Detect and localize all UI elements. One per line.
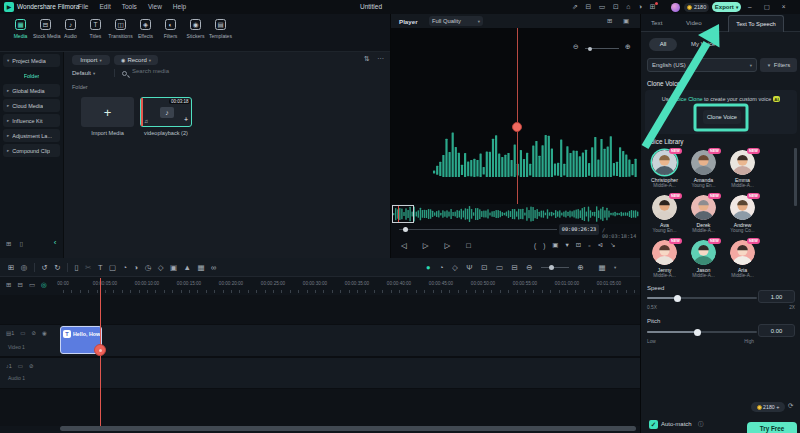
try-free-button[interactable]: Try Free [747,422,797,433]
preview-playhead-handle[interactable] [512,122,522,132]
snapshot-icon[interactable]: ▣ [552,241,558,249]
screen-record-icon[interactable]: ⊡ [481,263,487,272]
undo-icon[interactable]: ↺ [41,263,47,272]
sidebar-item-influence-kit[interactable]: ▸Influence Kit [3,114,60,127]
tab-filters[interactable]: ◐Filters [158,19,183,39]
fullscreen-icon[interactable]: ↘ [610,241,615,249]
import-media-card[interactable]: + [81,97,134,127]
scrub-selection-box[interactable] [392,205,414,223]
chroma-key-icon[interactable]: ▲ [184,263,191,272]
preview-zoom-handle[interactable] [588,47,592,51]
preview-viewport[interactable]: ⊖ ⊕ [391,28,641,210]
detach-player-icon[interactable]: ▣ [623,17,629,25]
tab-templates[interactable]: ▤Templates [208,19,233,39]
language-dropdown[interactable]: English (US) ▾ [647,58,757,72]
timeline-zoom-in-icon[interactable]: ⊕ [578,263,584,272]
quality-dropdown[interactable]: Full Quality ▾ [429,16,483,26]
coin-balance-small[interactable]: 2180 + [751,402,785,412]
voice-andrew[interactable]: NEWAndrewYoung Co... [723,195,762,240]
timeline-zoom-out-icon[interactable]: ⊖ [526,263,532,272]
speed-value[interactable]: 1.00 [758,290,795,303]
filter-chip-my-voice[interactable]: My Voice [691,41,715,47]
keyframe-icon[interactable]: ◇ [158,263,164,272]
speed-slider-handle[interactable] [674,295,681,302]
apps-icon[interactable]: ⊞ [650,3,656,11]
mic-icon[interactable]: Ψ [466,263,472,272]
text-tool-icon[interactable]: T [98,263,103,272]
device-icon[interactable]: ▭ [599,3,606,11]
menu-help[interactable]: Help [173,3,186,10]
voice-aria[interactable]: NEWAriaMiddle-A... [723,240,762,285]
search-input[interactable] [132,68,252,74]
coin-balance[interactable]: 2180 [684,3,709,12]
next-frame-icon[interactable]: ▷ [445,241,451,250]
clone-voice-button[interactable]: Clone Voice [703,110,741,124]
menu-view[interactable]: View [148,3,162,10]
tab-audio[interactable]: ♪Audio [58,19,83,39]
track-manage-icon[interactable]: ▦ [598,263,605,272]
mixer-icon[interactable]: ⊟ [512,263,518,272]
voice-emma[interactable]: NEWEmmaMiddle-A... [723,150,762,195]
marker-icon[interactable]: ◇ [452,263,458,272]
add-to-timeline-icon[interactable]: + [184,116,188,123]
delete-icon[interactable]: ▯ [74,263,78,272]
sidebar-item-cloud-media[interactable]: ▸Cloud Media [3,99,60,112]
zoom-out-icon[interactable]: ⊖ [573,43,579,51]
close-button[interactable]: × [782,3,786,11]
link-icon[interactable]: ∞ [211,263,216,272]
mute-icon[interactable]: ⊲ [598,241,603,249]
crop-icon[interactable]: ▢ [109,263,116,272]
import-button[interactable]: Import ▾ [72,55,110,65]
pitch-slider[interactable] [647,331,757,333]
timeline-zoom-slider[interactable] [541,267,569,268]
mark-out-icon[interactable]: ) [543,242,545,249]
menu-file[interactable]: File [78,3,88,10]
sidebar-item-folder[interactable]: Folder [3,69,60,82]
audio-track-icon[interactable]: ♪1 [6,363,12,369]
pip-icon[interactable]: ▫ [588,242,590,249]
filter-chip-all[interactable]: All [649,38,677,51]
speed-tool-icon[interactable]: ◔ [123,263,128,272]
menu-tools[interactable]: Tools [122,3,137,10]
add-track-icon[interactable]: ⊞ [6,281,11,289]
media-clip-card[interactable]: 00:03:18 ♪ ♫ + [140,97,192,127]
voice-jason[interactable]: NEWJasonMiddle-A... [684,240,723,285]
seek-handle[interactable] [403,227,408,232]
stop-icon[interactable]: □ [466,241,471,250]
video-track-icon[interactable]: ▤1 [6,330,14,336]
voice-amanda[interactable]: NEWAmandaYoung En... [684,150,723,195]
theme-icon[interactable]: ◑ [638,3,642,11]
timeline-scrollbar[interactable] [60,426,636,431]
mark-in-icon[interactable]: ( [534,242,536,249]
voice-jenny[interactable]: NEWJennyMiddle-A... [645,240,684,285]
add-coins-icon[interactable]: + [776,404,779,410]
split-view-icon[interactable]: ⊞ [607,17,612,25]
voice-ava[interactable]: NEWAvaYoung En... [645,195,684,240]
speed-slider[interactable] [647,297,757,299]
refresh-icon[interactable]: ⟳ [788,402,793,410]
tab-stickers[interactable]: ◉Stickers [183,19,208,39]
pitch-slider-handle[interactable] [694,329,701,336]
audio-track[interactable] [0,357,640,389]
folder-icon[interactable]: ▭ [18,363,23,369]
speed-ramp-icon[interactable]: ◔ [439,263,444,272]
pitch-value[interactable]: 0.00 [758,324,795,337]
tab-text-to-speech[interactable]: Text To Speech [728,15,784,32]
select-tool-icon[interactable]: ◎ [21,263,28,272]
folder-icon[interactable]: ▭ [20,330,25,336]
color-tool-icon[interactable]: ◑ [134,263,139,272]
render-preview-icon[interactable]: ▦ [197,263,204,272]
zoom-in-icon[interactable]: ⊕ [625,43,631,51]
copy-attributes-icon[interactable]: ▣ [170,263,177,272]
seek-slider[interactable] [399,229,557,230]
play-icon[interactable]: ▷ [423,241,429,250]
menu-edit[interactable]: Edit [99,3,110,10]
voice-clone-link[interactable]: Voice Clone [673,96,702,102]
minimize-button[interactable]: – [748,3,752,11]
playhead-handle[interactable] [94,344,106,356]
display-mode-icon[interactable]: ⊡ [576,241,581,249]
eye-icon[interactable]: ◉ [42,330,47,336]
sort-icon[interactable]: ⇅ [364,55,370,63]
export-button[interactable]: Export ▾ [712,2,741,12]
auto-match-checkbox[interactable]: ✓ [649,420,658,429]
